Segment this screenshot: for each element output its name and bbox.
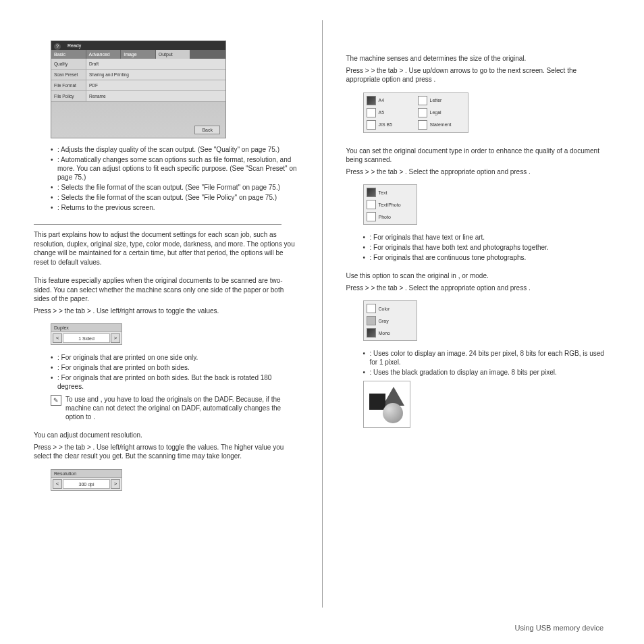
opt-statement[interactable]: Statement xyxy=(418,120,465,130)
color-press: Press > > the tab > . Select the appropr… xyxy=(346,284,611,293)
res-intro: You can adjust document resolution. xyxy=(34,431,298,440)
bullet-back: : Returns to the previous screen. xyxy=(57,203,298,212)
opt-text[interactable]: Text xyxy=(367,188,414,197)
back-button[interactable]: Back xyxy=(194,126,220,134)
tab-output[interactable]: Output xyxy=(156,50,191,59)
row-quality: QualityDraft xyxy=(51,59,225,70)
bullet-quality: : Adjusts the display quality of the sca… xyxy=(57,145,298,154)
screenshot-header: ? Ready xyxy=(51,41,225,50)
duplex-value: 1 Sided xyxy=(63,333,110,343)
size-intro: The machine senses and determines the si… xyxy=(346,54,611,63)
help-icon: ? xyxy=(54,43,61,50)
opt-letter[interactable]: Letter xyxy=(418,96,465,105)
tab-image[interactable]: Image xyxy=(121,50,156,59)
opt-jisb5[interactable]: JIS B5 xyxy=(367,120,414,130)
opt-legal[interactable]: Legal xyxy=(418,108,465,117)
shapes-graphic xyxy=(363,381,410,428)
duplex-left-arrow[interactable]: < xyxy=(53,333,62,343)
color-b2: : Uses the black gradation to display an… xyxy=(370,368,611,377)
type-intro: You can set the original document type i… xyxy=(346,146,611,165)
bullet-preset: : Automatically changes some scan option… xyxy=(57,155,298,182)
opt-a4[interactable]: A4 xyxy=(367,96,414,105)
square-icon xyxy=(369,394,385,410)
size-press: Press > > the tab > . Use up/down arrows… xyxy=(346,66,611,84)
row-preset: Scan PresetSharing and Printing xyxy=(51,70,225,80)
note-icon: ✎ xyxy=(51,395,61,406)
screenshot-tabs: Basic Advanced Image Output xyxy=(51,50,225,59)
resolution-ui: Resolution < 300 dpi > xyxy=(51,469,122,491)
type-bullet-list: •: For originals that have text or line … xyxy=(363,233,611,262)
type-press: Press > > the tab > . Select the appropr… xyxy=(346,167,611,177)
row-policy: File PolicyRename xyxy=(51,91,225,102)
color-options: Color Gray Mono xyxy=(363,300,417,341)
duplex-ui: Duplex < 1 Sided > xyxy=(51,323,122,345)
opt-photo[interactable]: Photo xyxy=(367,212,414,221)
opt-a5[interactable]: A5 xyxy=(367,108,414,117)
bullet-format: : Selects the file format of the scan ou… xyxy=(57,183,298,192)
color-bullet-list: •: Uses color to display an image. 24 bi… xyxy=(363,349,611,377)
res-press: Press > > the tab > . Use left/right arr… xyxy=(34,443,298,461)
circle-icon xyxy=(383,403,403,423)
output-tab-screenshot: ? Ready Basic Advanced Image Output Qual… xyxy=(51,41,226,138)
type-b2: : For originals that have both text and … xyxy=(370,243,611,252)
right-column: The machine senses and determines the si… xyxy=(346,20,611,608)
row-format: File FormatPDF xyxy=(51,80,225,91)
res-right-arrow[interactable]: > xyxy=(111,479,120,489)
duplex-bullet-list: •: For originals that are printed on one… xyxy=(51,353,298,391)
opt-textphoto[interactable]: Text/Photo xyxy=(367,200,414,209)
note-box: ✎ To use and , you have to load the orig… xyxy=(51,395,298,421)
tab-basic[interactable]: Basic xyxy=(51,50,86,59)
duplex-intro: This feature especially applies when the… xyxy=(34,276,298,304)
left-column: ? Ready Basic Advanced Image Output Qual… xyxy=(34,20,298,608)
column-divider xyxy=(322,20,323,608)
size-options: A4 Letter A5 Legal JIS B5 Statement xyxy=(363,92,468,133)
type-b1: : For originals that have text or line a… xyxy=(370,233,611,242)
duplex-right-arrow[interactable]: > xyxy=(111,333,120,343)
duplex-press: Press > > the tab > . Use left/right arr… xyxy=(34,306,298,316)
opt-color[interactable]: Color xyxy=(367,304,414,313)
duplex-b1: : For originals that are printed on one … xyxy=(57,353,298,362)
note-text: To use and , you have to load the origin… xyxy=(65,395,298,421)
output-bullet-list: •: Adjusts the display quality of the sc… xyxy=(51,145,298,212)
color-b1: : Uses color to display an image. 24 bit… xyxy=(370,349,611,367)
ready-label: Ready xyxy=(68,43,81,48)
color-intro: Use this option to scan the original in … xyxy=(346,271,611,281)
type-options: Text Text/Photo Photo xyxy=(363,184,417,225)
bullet-policy: : Selects the file format of the scan ou… xyxy=(57,193,298,202)
duplex-b2: : For originals that are printed on both… xyxy=(57,363,298,372)
duplex-b3: : For originals that are printed on both… xyxy=(57,373,298,391)
tab-advanced[interactable]: Advanced xyxy=(86,50,122,59)
explain-para: This part explains how to adjust the doc… xyxy=(34,230,298,267)
res-left-arrow[interactable]: < xyxy=(53,479,62,489)
res-value: 300 dpi xyxy=(63,479,110,489)
type-b3: : For originals that are continuous tone… xyxy=(370,253,611,262)
tab-end xyxy=(190,50,225,59)
duplex-ui-hdr: Duplex xyxy=(51,324,122,332)
opt-gray[interactable]: Gray xyxy=(367,316,414,325)
opt-mono[interactable]: Mono xyxy=(367,328,414,338)
separator xyxy=(34,224,281,225)
page-footer: Using USB memory device xyxy=(515,624,603,632)
res-ui-hdr: Resolution xyxy=(51,470,122,478)
